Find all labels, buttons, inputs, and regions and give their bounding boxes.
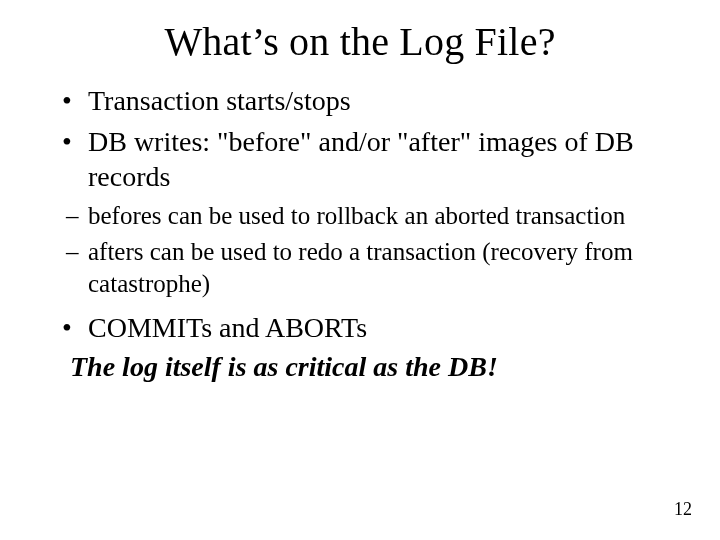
page-number: 12	[674, 499, 692, 520]
bullet-text: Transaction starts/stops	[88, 85, 351, 116]
bullet-item: COMMITs and ABORTs	[70, 310, 680, 345]
bullet-item: DB writes: "before" and/or "after" image…	[70, 124, 680, 194]
slide: What’s on the Log File? Transaction star…	[0, 0, 720, 540]
slide-title: What’s on the Log File?	[40, 18, 680, 65]
bullet-list-2: COMMITs and ABORTs	[40, 310, 680, 345]
bullet-item: Transaction starts/stops	[70, 83, 680, 118]
bullet-text: DB writes: "before" and/or "after" image…	[88, 126, 634, 192]
bullet-list-1: Transaction starts/stops DB writes: "bef…	[40, 83, 680, 194]
bullet-text: COMMITs and ABORTs	[88, 312, 367, 343]
sub-bullet-item: befores can be used to rollback an abort…	[70, 200, 680, 232]
sub-bullet-text: befores can be used to rollback an abort…	[88, 202, 625, 229]
sub-bullet-text: afters can be used to redo a transaction…	[88, 238, 633, 297]
sub-bullet-item: afters can be used to redo a transaction…	[70, 236, 680, 300]
sub-bullet-list: befores can be used to rollback an abort…	[40, 200, 680, 300]
emphasis-line: The log itself is as critical as the DB!	[70, 351, 680, 383]
